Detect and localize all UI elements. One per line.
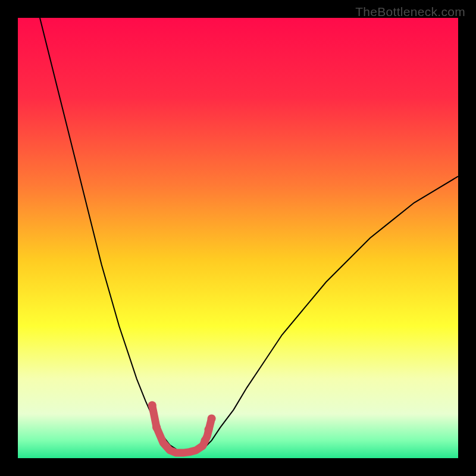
chart-svg (18, 18, 458, 458)
marker-dot (208, 414, 216, 422)
watermark-text: TheBottleneck.com (355, 5, 465, 19)
marker-dot (152, 423, 161, 431)
gradient-background (18, 18, 458, 458)
marker-dot (201, 436, 209, 444)
marker-dot (204, 425, 212, 434)
marker-dot (148, 401, 156, 409)
chart-container: TheBottleneck.com (0, 0, 476, 476)
plot-area (18, 18, 458, 458)
